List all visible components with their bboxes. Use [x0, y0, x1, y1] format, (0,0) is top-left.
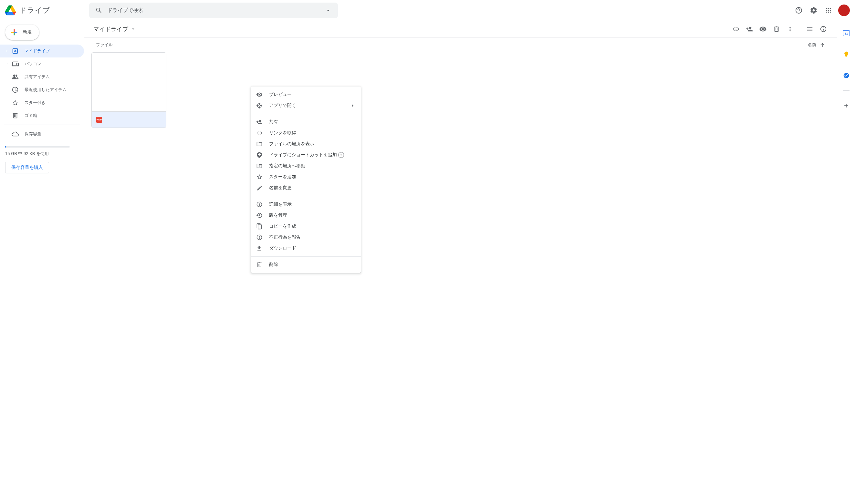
share-button[interactable]: [743, 23, 756, 36]
nav-label: パソコン: [24, 61, 41, 67]
ctx-add-shortcut[interactable]: ドライブにショートカットを追加 ?: [251, 149, 361, 160]
list-view-icon: [806, 25, 813, 33]
ctx-add-star[interactable]: スターを追加: [251, 172, 361, 182]
breadcrumb-label: マイドライブ: [93, 25, 128, 33]
nav-my-drive[interactable]: マイドライブ: [0, 44, 84, 57]
settings-button[interactable]: [807, 4, 820, 17]
nav-starred[interactable]: スター付き: [0, 96, 84, 109]
ctx-label: 指定の場所へ移動: [269, 163, 305, 169]
info-icon: [256, 201, 263, 208]
eye-icon: [256, 91, 263, 98]
nav-shared[interactable]: 共有アイテム: [0, 70, 84, 83]
ctx-label: 削除: [269, 262, 278, 268]
ctx-get-link[interactable]: リンクを取得: [251, 128, 361, 139]
open-with-icon: [256, 102, 263, 109]
view-toggle-button[interactable]: [803, 23, 816, 36]
svg-rect-2: [843, 30, 850, 31]
ctx-label: ファイルの場所を表示: [269, 141, 314, 147]
remove-button[interactable]: [770, 23, 783, 36]
trash-icon: [773, 25, 780, 33]
ctx-open-with[interactable]: アプリで開く: [251, 100, 361, 111]
nav-label: 共有アイテム: [24, 74, 50, 80]
side-panel: 31: [837, 21, 855, 504]
apps-button[interactable]: [822, 4, 835, 17]
get-link-button[interactable]: [729, 23, 742, 36]
divider: [800, 25, 800, 33]
arrow-up-icon: [819, 42, 825, 48]
ctx-label: プレビュー: [269, 92, 292, 97]
file-thumbnail: [92, 53, 166, 111]
people-icon: [12, 73, 19, 80]
logo-area[interactable]: ドライブ: [4, 4, 85, 17]
search-icon[interactable]: [92, 4, 105, 17]
buy-storage-button[interactable]: 保存容量を購入: [5, 162, 49, 174]
sort-label: 名前: [808, 42, 816, 48]
pdf-icon: PDF: [96, 117, 102, 123]
separator: [843, 90, 850, 91]
ctx-show-location[interactable]: ファイルの場所を表示: [251, 139, 361, 149]
breadcrumb[interactable]: マイドライブ: [91, 24, 138, 34]
storage-bar: [5, 146, 70, 147]
calendar-app-button[interactable]: 31: [840, 26, 853, 39]
support-button[interactable]: [792, 4, 805, 17]
ctx-report[interactable]: 不正行為を報告: [251, 232, 361, 243]
nav-computers[interactable]: パソコン: [0, 57, 84, 70]
ctx-download[interactable]: ダウンロード: [251, 243, 361, 254]
context-menu: プレビュー アプリで開く 共有 リンクを取得 ファイルの場所を表示: [251, 87, 361, 273]
nav: マイドライブ パソコン 共有アイテム 最近使用したアイテム スター付き: [0, 44, 84, 122]
ctx-label: ドライブにショートカットを追加: [269, 152, 337, 158]
eye-icon: [759, 25, 767, 33]
more-button[interactable]: [784, 23, 797, 36]
ctx-copy[interactable]: コピーを作成: [251, 221, 361, 232]
ctx-label: 不正行為を報告: [269, 234, 301, 240]
calendar-icon: 31: [843, 30, 850, 36]
tasks-app-button[interactable]: [840, 69, 853, 82]
add-shortcut-icon: [256, 152, 263, 158]
history-icon: [256, 212, 263, 219]
file-card[interactable]: PDF: [91, 52, 166, 128]
ctx-rename[interactable]: 名前を変更: [251, 182, 361, 193]
nav-label: 最近使用したアイテム: [24, 87, 67, 93]
ctx-label: リンクを取得: [269, 130, 296, 136]
preview-button[interactable]: [756, 23, 769, 36]
chevron-right-icon[interactable]: [4, 49, 10, 53]
new-button-label: 新規: [23, 30, 32, 35]
nav-label: スター付き: [24, 100, 46, 106]
keep-app-button[interactable]: [840, 48, 853, 61]
search-options-dropdown-icon[interactable]: [322, 4, 335, 17]
star-icon: [256, 174, 263, 180]
new-button[interactable]: 新規: [5, 24, 39, 40]
ctx-label: コピーを作成: [269, 223, 296, 229]
search-input[interactable]: [105, 7, 322, 13]
ctx-preview[interactable]: プレビュー: [251, 89, 361, 100]
account-avatar[interactable]: [838, 4, 850, 16]
main: マイドライブ ファイル 名前: [84, 21, 837, 504]
ctx-move-to[interactable]: 指定の場所へ移動: [251, 160, 361, 172]
folder-icon: [256, 141, 263, 147]
ctx-versions[interactable]: 版を管理: [251, 210, 361, 221]
ctx-share[interactable]: 共有: [251, 116, 361, 128]
section-label: ファイル: [96, 42, 808, 48]
nav-storage[interactable]: 保存容量: [0, 128, 84, 141]
title-actions: [729, 23, 830, 36]
search-box[interactable]: [89, 3, 338, 18]
chevron-right-icon[interactable]: [4, 62, 10, 66]
ctx-remove[interactable]: 削除: [251, 259, 361, 270]
ctx-label: アプリで開く: [269, 103, 296, 108]
nav-trash[interactable]: ゴミ箱: [0, 109, 84, 122]
file-name-strip: PDF: [92, 111, 166, 128]
list-header: ファイル 名前: [84, 37, 837, 50]
chevron-right-icon: [350, 103, 356, 108]
nav-recent[interactable]: 最近使用したアイテム: [0, 83, 84, 96]
details-button[interactable]: [817, 23, 830, 36]
apps-grid-icon: [825, 7, 832, 14]
ctx-label: 共有: [269, 119, 278, 125]
download-icon: [256, 245, 263, 252]
ctx-details[interactable]: 詳細を表示: [251, 199, 361, 210]
dropdown-icon: [130, 26, 136, 32]
help-icon[interactable]: ?: [338, 152, 344, 158]
sort-by-name[interactable]: 名前: [808, 42, 825, 48]
separator: [251, 256, 361, 257]
add-addon-button[interactable]: [840, 99, 853, 112]
titlebar: マイドライブ: [84, 21, 837, 37]
